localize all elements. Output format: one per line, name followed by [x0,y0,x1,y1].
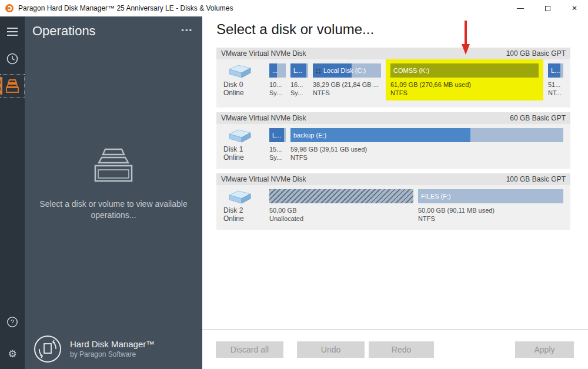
partition-line1: 50,00 GB [269,206,413,214]
disk-device-label: Disk 0 [223,80,265,89]
disk-status: Online [223,214,265,223]
windows-flag-icon [316,68,321,73]
disk-list: VMware Virtual NVMe Disk 100 GB Basic GP… [216,48,588,230]
gear-icon: ⚙ [8,349,16,359]
disk-status: Online [223,153,265,162]
nav-rail: ? ⚙ [0,16,25,369]
partition-line1: 16... [290,80,308,89]
partition-label: FILES (F:) [421,193,451,200]
main-area: Select a disk or volume... VMware Virtua… [202,16,588,369]
disk-header: VMware Virtual NVMe Disk 100 GB Basic GP… [216,48,570,59]
maximize-icon [545,6,550,11]
disk-header: VMware Virtual NVMe Disk 60 GB Basic GPT [216,112,570,124]
partition-bar: L... [290,63,308,78]
rail-bottom-group: ? ⚙ [0,307,25,365]
partition-bar: L... [269,128,286,142]
disk-body: Disk 2 Online 50,00 GBUnallocatedFILES (… [216,185,570,230]
partition-files-f[interactable]: FILES (F:)50,00 GB (90,11 MB used)NTFS [418,189,563,223]
panel-placeholder-text: Select a disk or volume to view availabl… [38,199,189,221]
partition-unallocated[interactable]: 50,00 GBUnallocated [269,189,413,223]
partition-line2: Sy... [269,153,286,162]
undo-button[interactable]: Undo [297,341,365,358]
partition-line1: 61,09 GB (270,66 MB used) [390,80,539,89]
panel-title: Operations [32,24,96,39]
partition-line1: 59,98 GB (39,51 GB used) [290,145,563,153]
title-bar: Paragon Hard Disk Manager™ 25 Anniversar… [0,0,588,16]
operations-panel: Operations ••• Select a disk or volume t… [25,16,202,369]
disk-stack-icon [85,147,142,188]
disk-info-cell[interactable]: Disk 1 Online [223,128,265,162]
nav-item-history[interactable] [0,47,25,71]
action-bar: Discard all Undo Redo Apply [202,329,588,369]
apply-button[interactable]: Apply [515,341,574,358]
partition-line1: 38,29 GB (21,84 GB ... [313,80,381,89]
window-title: Paragon Hard Disk Manager™ 25 Anniversar… [18,4,233,12]
brand-name: Hard Disk Manager™ [70,339,155,350]
partition-comss-k[interactable]: COMSS (K:)61,09 GB (270,66 MB used)NTFS [386,59,543,100]
help-button[interactable]: ? [0,310,25,334]
help-icon: ? [6,316,18,328]
disk-info-cell[interactable]: Disk 0 Online [223,63,265,100]
partition-label: L... [272,132,281,139]
disk-capacity-scheme: 100 GB Basic GPT [506,49,566,58]
partition-line1: 15... [269,145,286,153]
partition-label: Local Disk (C:) [323,67,366,74]
disk-capacity-scheme: 100 GB Basic GPT [506,175,566,183]
disk-info-cell[interactable]: Disk 2 Online [223,189,265,223]
partition-line2: NTFS [418,214,563,223]
close-button[interactable]: ✕ [561,0,588,16]
partition-partition[interactable]: ...10...Sy... [269,63,286,100]
panel-menu-button[interactable]: ••• [181,26,193,35]
disk-model: VMware Virtual NVMe Disk [221,175,306,183]
partition-label: L... [293,67,302,74]
partition-l[interactable]: L...16...Sy... [290,63,308,100]
brand-logo-icon [33,334,62,364]
partition-bar: ... [269,63,286,78]
partition-bar: Local Disk (C:) [313,63,381,78]
nav-item-disks-volumes[interactable] [0,74,25,98]
disk-device-label: Disk 2 [223,206,265,214]
partition-backup-e[interactable]: backup (E:)59,98 GB (39,51 GB used)NTFS [290,128,563,162]
partition-bar [269,189,413,203]
partition-line2: NTFS [313,89,381,97]
disk-status: Online [223,89,265,97]
hamburger-icon [7,28,18,36]
partition-line1: 50,00 GB (90,11 MB used) [418,206,563,214]
page-title: Select a disk or volume... [216,21,588,38]
partition-label: ... [272,67,278,74]
maximize-button[interactable] [534,0,561,16]
disk-model: VMware Virtual NVMe Disk [221,114,306,122]
partition-line2: Sy... [290,89,308,97]
disk-model: VMware Virtual NVMe Disk [221,49,306,58]
disk-row: VMware Virtual NVMe Disk 100 GB Basic GP… [216,48,570,108]
partition-bar: L... [548,63,563,78]
window-controls: — ✕ [507,0,588,16]
partition-local-disk-c[interactable]: Local Disk (C:)38,29 GB (21,84 GB ...NTF… [313,63,381,100]
minimize-button[interactable]: — [507,0,534,16]
discard-all-button[interactable]: Discard all [216,341,283,358]
menu-button[interactable] [0,20,25,43]
app-logo-icon [5,4,14,12]
disk-drive-icon [227,63,253,79]
partition-bar: COMSS (K:) [390,63,539,78]
disks-icon [5,79,20,93]
brand-byline: by Paragon Software [70,350,155,359]
disk-drive-icon [227,128,253,143]
partition-line1: 10... [269,80,286,89]
disk-row: VMware Virtual NVMe Disk 60 GB Basic GPT… [216,112,570,169]
partition-label: backup (E:) [293,132,326,139]
disk-row: VMware Virtual NVMe Disk 100 GB Basic GP… [216,173,570,230]
settings-button[interactable]: ⚙ [0,342,25,365]
partition-line2: NTFS [290,153,563,162]
redo-button[interactable]: Redo [369,341,434,358]
partition-bar: FILES (F:) [418,189,563,203]
partition-l[interactable]: L...15...Sy... [269,128,286,162]
partition-label: COMSS (K:) [393,67,429,74]
partition-line1: 51... [548,80,563,89]
partition-line2: NT... [548,89,563,97]
disk-device-label: Disk 1 [223,145,265,153]
svg-text:?: ? [11,318,14,326]
partition-l[interactable]: L...51...NT... [548,63,563,100]
disk-capacity-scheme: 60 GB Basic GPT [510,114,566,122]
disk-drive-icon [227,189,253,204]
